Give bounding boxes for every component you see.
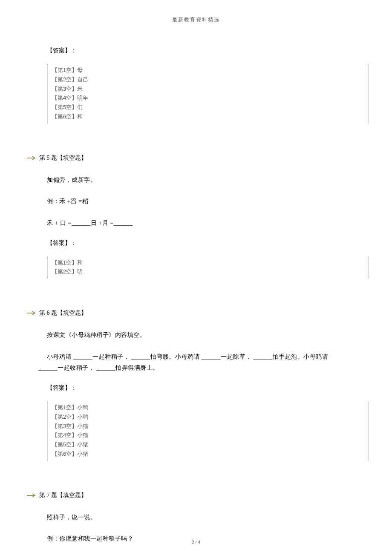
q5-line2: 例：禾 +舀 =稻	[47, 196, 375, 207]
q7-line1: 照样子，说一说。	[47, 512, 375, 523]
q4-answer-box: 【第1空】母 【第2空】自己 【第3空】米 【第4空】明年 【第5空】们 【第6…	[47, 64, 369, 124]
page-content: 【答案】： 【第1空】母 【第2空】自己 【第3空】米 【第4空】明年 【第5空…	[26, 47, 375, 545]
page-header: 最新教育资料精选	[0, 16, 392, 23]
q4-ans-2: 【第2空】自己	[52, 75, 363, 84]
q5-ans-2: 【第2空】明	[52, 267, 363, 276]
arrow-icon	[26, 155, 37, 161]
arrow-icon	[26, 310, 37, 316]
q6-answer-box: 【第1空】小鸭 【第2空】小鸭 【第3空】小猫 【第4空】小猫 【第5空】小猪 …	[47, 401, 369, 461]
q5-num: 5	[47, 155, 50, 161]
q6-answer-label: 【答案】：	[47, 384, 375, 392]
q6-line2a: 小母鸡请 ______一起种稻子， ______怕弯腰。小母鸡请 ______一…	[47, 351, 375, 363]
q6-suffix: 题【填空题】	[51, 310, 87, 316]
q6-ans-6: 【第6空】小猪	[52, 450, 363, 459]
arrow-icon	[26, 492, 37, 498]
q5-ans-1: 【第1空】和	[52, 259, 363, 267]
q7-header: 第 7 题【填空题】	[26, 492, 375, 499]
page-footer: 2 / 4	[0, 539, 392, 544]
q4-ans-5: 【第5空】们	[52, 103, 363, 112]
q5-suffix: 题【填空题】	[51, 155, 87, 161]
q6-ans-3: 【第3空】小猫	[52, 422, 363, 431]
q4-answer-label: 【答案】：	[47, 47, 375, 55]
q6-title: 第 6 题【填空题】	[39, 309, 87, 317]
q6-num: 6	[47, 310, 50, 316]
q4-ans-3: 【第3空】米	[52, 85, 363, 94]
q4-ans-1: 【第1空】母	[52, 66, 363, 75]
q6-line1: 按课文《小母鸡种稻子》内容填空。	[47, 330, 375, 341]
q6-ans-2: 【第2空】小鸭	[52, 413, 363, 422]
footer-total: 4	[198, 539, 200, 544]
q6-header: 第 6 题【填空题】	[26, 309, 375, 317]
q5-answer-box: 【第1空】和 【第2空】明	[47, 256, 369, 279]
q6-ans-1: 【第1空】小鸭	[52, 403, 363, 412]
q5-line3: 禾 + 口 =______日 +月 =______	[47, 218, 375, 229]
q6-ans-5: 【第5空】小猪	[52, 440, 363, 449]
q4-ans-6: 【第6空】和	[52, 112, 363, 121]
q6-ans-4: 【第4空】小猫	[52, 431, 363, 440]
q7-title: 第 7 题【填空题】	[39, 492, 87, 499]
q5-header: 第 5 题【填空题】	[26, 154, 375, 162]
q6-line2b: ______一起收稻子， ______怕弄得满身土。	[38, 362, 375, 374]
q6-prefix: 第	[39, 310, 45, 316]
q7-prefix: 第	[39, 492, 45, 498]
q4-ans-4: 【第4空】明年	[52, 94, 363, 103]
q5-prefix: 第	[39, 155, 45, 161]
header-title: 最新教育资料精选	[172, 17, 220, 23]
q5-line1: 加偏旁，成新字。	[47, 175, 375, 186]
q7-suffix: 题【填空题】	[51, 492, 87, 498]
q5-title: 第 5 题【填空题】	[39, 154, 87, 162]
footer-sep: /	[194, 539, 198, 544]
q7-num: 7	[47, 492, 50, 498]
q5-answer-label: 【答案】：	[47, 239, 375, 247]
